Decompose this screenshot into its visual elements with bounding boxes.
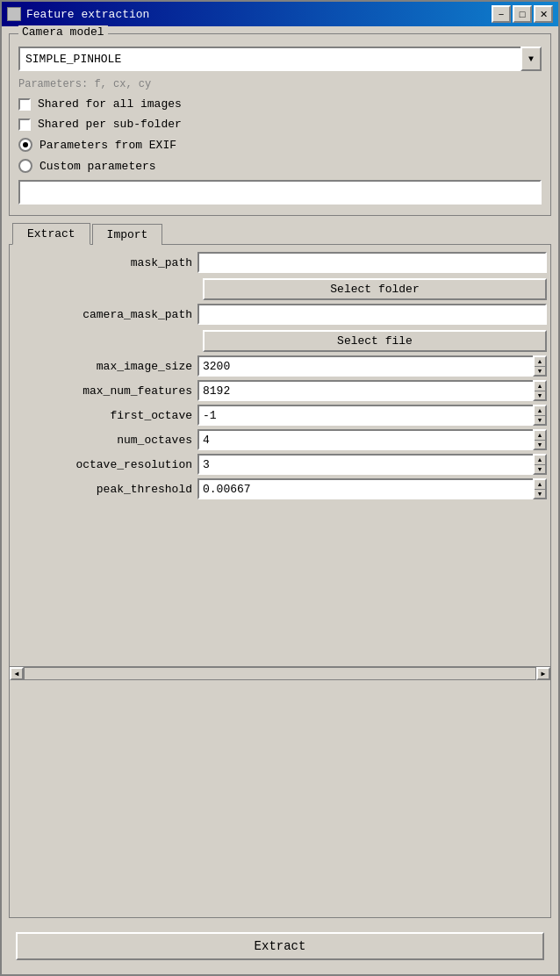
first-octave-label: first_octave	[13, 409, 197, 422]
octave-resolution-down-button[interactable]: ▼	[535, 465, 545, 474]
select-file-row: Select file	[10, 328, 550, 355]
params-label: Parameters: f, cx, cy	[18, 78, 542, 90]
title-bar: Feature extraction − □ ✕	[2, 2, 558, 26]
first-octave-down-button[interactable]: ▼	[535, 416, 545, 425]
mask-path-input[interactable]	[197, 252, 547, 273]
octave-resolution-spinner-buttons: ▲ ▼	[533, 454, 547, 475]
close-button[interactable]: ✕	[534, 5, 553, 23]
params-from-exif-radio[interactable]: Parameters from EXIF	[18, 138, 542, 152]
max-image-size-row: max_image_size ▲ ▼	[10, 355, 550, 377]
extract-button[interactable]: Extract	[16, 932, 544, 960]
first-octave-input[interactable]	[197, 405, 533, 426]
tab-panel: mask_path Select folder camera_mask_path	[9, 244, 551, 918]
mask-path-label: mask_path	[13, 256, 197, 269]
custom-params-radio[interactable]: Custom parameters	[18, 159, 542, 173]
window-title: Feature extraction	[26, 8, 492, 21]
shared-per-subfolder-check-icon	[18, 118, 31, 131]
select-folder-button[interactable]: Select folder	[203, 278, 547, 300]
shared-per-subfolder-checkbox[interactable]: Shared per sub-folder	[18, 118, 542, 131]
first-octave-spinner-buttons: ▲ ▼	[533, 405, 547, 426]
shared-per-subfolder-label: Shared per sub-folder	[38, 118, 182, 131]
max-num-features-spinner-buttons: ▲ ▼	[533, 380, 547, 401]
octave-resolution-input[interactable]	[197, 454, 533, 475]
max-num-features-down-button[interactable]: ▼	[535, 391, 545, 400]
main-window: Feature extraction − □ ✕ Camera model SI…	[0, 0, 560, 976]
max-num-features-row: max_num_features ▲ ▼	[10, 380, 550, 401]
octave-resolution-label: octave_resolution	[13, 458, 197, 471]
custom-params-radio-icon	[18, 159, 32, 173]
first-octave-up-button[interactable]: ▲	[535, 406, 545, 416]
max-image-size-label: max_image_size	[13, 360, 197, 373]
camera-model-select-wrapper: SIMPLE_PINHOLE ▼	[18, 47, 542, 71]
select-file-button[interactable]: Select file	[203, 330, 547, 352]
max-image-size-input[interactable]	[197, 355, 533, 377]
custom-params-input[interactable]	[18, 180, 542, 205]
num-octaves-label: num_octaves	[13, 434, 197, 447]
window-body: Camera model SIMPLE_PINHOLE ▼ Parameters…	[2, 26, 558, 974]
camera-mask-path-row: camera_mask_path	[10, 304, 550, 325]
num-octaves-spinner: ▲ ▼	[197, 429, 547, 450]
maximize-button[interactable]: □	[513, 5, 532, 23]
num-octaves-input[interactable]	[197, 429, 533, 450]
camera-model-content: SIMPLE_PINHOLE ▼ Parameters: f, cx, cy S…	[18, 47, 542, 205]
mask-path-row: mask_path	[10, 252, 550, 273]
shared-all-images-check-icon	[18, 98, 31, 111]
max-image-size-spinner-buttons: ▲ ▼	[533, 355, 547, 377]
peak-threshold-label: peak_threshold	[13, 483, 197, 496]
peak-threshold-row: peak_threshold ▲ ▼	[10, 478, 550, 499]
num-octaves-up-button[interactable]: ▲	[535, 431, 545, 441]
peak-threshold-down-button[interactable]: ▼	[535, 490, 545, 499]
bottom-bar: Extract	[9, 925, 551, 967]
tab-extract[interactable]: Extract	[12, 223, 90, 245]
max-image-size-spinner: ▲ ▼	[197, 355, 547, 377]
params-from-exif-label: Parameters from EXIF	[39, 139, 176, 152]
shared-all-images-label: Shared for all images	[38, 97, 182, 111]
camera-mask-path-input[interactable]	[197, 304, 547, 325]
peak-threshold-input[interactable]	[197, 478, 533, 499]
max-num-features-spinner: ▲ ▼	[197, 380, 547, 401]
peak-threshold-spinner: ▲ ▼	[197, 478, 547, 499]
scrollbar-left-button[interactable]: ◀	[10, 667, 24, 680]
max-num-features-label: max_num_features	[13, 384, 197, 398]
camera-model-group: Camera model SIMPLE_PINHOLE ▼ Parameters…	[9, 33, 551, 216]
tabs-header: Extract Import	[12, 223, 551, 245]
max-image-size-up-button[interactable]: ▲	[535, 357, 545, 367]
peak-threshold-up-button[interactable]: ▲	[535, 480, 545, 490]
tab-import[interactable]: Import	[92, 224, 163, 245]
num-octaves-down-button[interactable]: ▼	[535, 441, 545, 449]
octave-resolution-spinner: ▲ ▼	[197, 454, 547, 475]
max-num-features-up-button[interactable]: ▲	[535, 382, 545, 391]
max-image-size-down-button[interactable]: ▼	[535, 367, 545, 376]
camera-mask-path-label: camera_mask_path	[13, 308, 197, 321]
camera-model-title: Camera model	[18, 25, 108, 39]
scrollbar-track[interactable]	[24, 667, 536, 680]
window-icon	[7, 7, 21, 21]
horizontal-scrollbar[interactable]: ◀ ▶	[10, 666, 550, 680]
tab-content[interactable]: mask_path Select folder camera_mask_path	[10, 245, 550, 666]
first-octave-row: first_octave ▲ ▼	[10, 405, 550, 426]
custom-params-label: Custom parameters	[39, 160, 156, 173]
shared-all-images-checkbox[interactable]: Shared for all images	[18, 97, 542, 111]
tabs-container: Extract Import mask_path Select folder	[9, 223, 551, 918]
octave-resolution-up-button[interactable]: ▲	[535, 456, 545, 465]
first-octave-spinner: ▲ ▼	[197, 405, 547, 426]
title-bar-buttons: − □ ✕	[492, 5, 553, 23]
octave-resolution-row: octave_resolution ▲ ▼	[10, 454, 550, 475]
params-from-exif-radio-icon	[18, 138, 32, 152]
camera-model-select[interactable]: SIMPLE_PINHOLE	[18, 47, 542, 71]
max-num-features-input[interactable]	[197, 380, 533, 401]
minimize-button[interactable]: −	[492, 5, 511, 23]
peak-threshold-spinner-buttons: ▲ ▼	[533, 478, 547, 499]
num-octaves-row: num_octaves ▲ ▼	[10, 429, 550, 450]
num-octaves-spinner-buttons: ▲ ▼	[533, 429, 547, 450]
scrollbar-right-button[interactable]: ▶	[536, 667, 550, 680]
select-folder-row: Select folder	[10, 276, 550, 304]
